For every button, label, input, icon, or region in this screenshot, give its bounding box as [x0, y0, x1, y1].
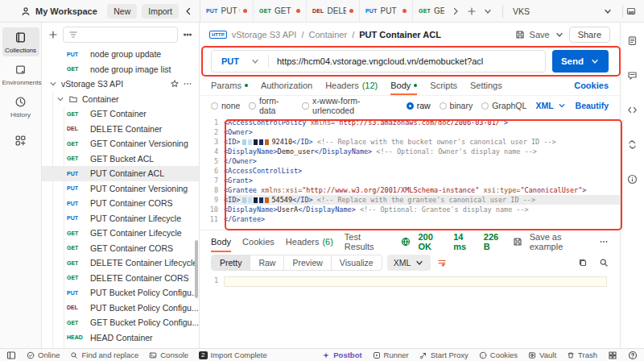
cookies-link[interactable]: Cookies — [574, 81, 609, 90]
raw-language-dropdown[interactable]: XML — [535, 101, 566, 110]
statusbar-trash[interactable]: Trash — [567, 351, 597, 359]
tree-item[interactable]: PUTPUT Bucket Policy Configu... — [42, 285, 199, 301]
tab-params[interactable]: Params — [211, 76, 248, 95]
tab-scripts[interactable]: Scripts — [430, 76, 457, 95]
body-mode-raw[interactable]: raw — [407, 101, 431, 110]
statusbar-import-complete[interactable]: 2Import Complete — [199, 351, 267, 359]
url-input[interactable]: https://hcm04.vstorage.vngcloud.vn/demob… — [269, 56, 491, 66]
collection-item[interactable]: vStorage S3 API — [42, 77, 199, 92]
wrap-lines-icon[interactable] — [437, 258, 447, 268]
import-button[interactable]: Import — [142, 4, 179, 19]
body-editor[interactable]: 1234567891011 <AccessControlPolicy xmlns… — [200, 115, 620, 230]
related-icon[interactable] — [627, 139, 638, 150]
environment-quick-look-icon[interactable] — [626, 6, 636, 16]
response-language-dropdown[interactable]: XML — [387, 255, 431, 271]
tree-item[interactable]: PUTPUT Container Versioning — [42, 181, 199, 197]
rail-item-collections[interactable]: Collections — [2, 27, 39, 56]
statusbar-find-and-replace[interactable]: Find and replace — [70, 351, 138, 359]
toggle-sidebar-icon[interactable] — [6, 351, 16, 360]
tree-item[interactable]: HEADHEAD Container — [42, 330, 199, 346]
tree-item[interactable]: GETGET Container CORS — [42, 241, 199, 256]
tree-item[interactable]: GETGET Bucket Policy Configu... — [42, 315, 199, 330]
documentation-icon[interactable] — [627, 35, 638, 46]
add-plus-icon[interactable] — [48, 30, 58, 39]
save-button[interactable]: Save — [530, 30, 550, 39]
request-tab[interactable]: GETGET C — [254, 0, 307, 22]
statusbar-vault[interactable]: Vault — [528, 351, 556, 359]
copy-icon[interactable] — [578, 258, 588, 268]
sidebar-scrollbar[interactable] — [195, 240, 198, 298]
tree-item[interactable]: GETGET Container Versioning — [42, 136, 199, 151]
statusbar-start-proxy[interactable]: Start Proxy — [419, 351, 469, 359]
breadcrumb-collection[interactable]: vStorage S3 API — [232, 30, 297, 39]
chevron-right-icon[interactable] — [451, 6, 460, 16]
response-tab-headers[interactable]: Headers(6) — [286, 230, 333, 252]
body-mode-form-data[interactable]: form-data — [249, 96, 293, 115]
tree-item[interactable]: GETGET Container — [42, 106, 199, 122]
body-mode-binary[interactable]: binary — [440, 101, 473, 110]
request-tab[interactable]: GETGET C — [413, 0, 444, 22]
view-raw[interactable]: Raw — [250, 255, 284, 270]
environment-selector[interactable]: VKS — [506, 6, 619, 16]
new-button[interactable]: New — [107, 4, 137, 19]
tree-item[interactable]: PUTPUT Container CORS — [42, 196, 199, 211]
view-pretty[interactable]: Pretty — [212, 255, 250, 270]
request-tab[interactable]: PUTPUT — [360, 0, 413, 22]
more-options-icon[interactable] — [183, 30, 192, 39]
view-preview[interactable]: Preview — [284, 255, 331, 270]
breadcrumb-folder[interactable]: Container — [308, 30, 347, 39]
tab-authorization[interactable]: Authorization — [261, 76, 312, 95]
tree-item[interactable]: GETGET Container Lifecycle — [42, 226, 199, 241]
rail-item-environments[interactable]: Environments — [2, 60, 39, 89]
send-button[interactable]: Send — [552, 50, 609, 73]
method-selector[interactable]: PUT — [212, 56, 268, 66]
statusbar-runner[interactable]: Runner — [373, 351, 409, 359]
tab-settings[interactable]: Settings — [470, 76, 502, 95]
tree-item[interactable]: GETnode group image list — [42, 62, 199, 77]
tree-item[interactable]: PUTPUT Container Lifecycle — [42, 211, 199, 226]
tab-menu-chevron-icon[interactable] — [483, 6, 493, 16]
statusbar-online[interactable]: Online — [27, 351, 60, 359]
save-as-example-button[interactable]: Save as example — [530, 232, 592, 251]
send-chevron-icon[interactable] — [590, 56, 600, 66]
beautify-link[interactable]: Beautify — [576, 101, 609, 110]
statusbar-console[interactable]: Console — [149, 351, 188, 359]
response-body[interactable]: 1 — [200, 272, 620, 348]
body-mode-none[interactable]: none — [211, 101, 240, 110]
tree-item[interactable]: DELPUT Bucket Policy Configu... — [42, 301, 199, 316]
code-icon[interactable] — [627, 105, 638, 115]
save-chevron-icon[interactable] — [555, 30, 564, 39]
tree-item[interactable]: GETDELETE Container CORS — [42, 271, 199, 286]
share-button[interactable]: Share — [569, 27, 610, 43]
tree-item[interactable]: PUTCREATE Container — [42, 345, 199, 348]
comments-icon[interactable] — [627, 70, 638, 81]
workspace-title[interactable]: My Workspace — [35, 6, 102, 16]
request-tab[interactable]: DELDELE — [307, 0, 360, 22]
statusbar-cookies[interactable]: Cookies — [479, 351, 518, 359]
tab-headers[interactable]: Headers(12) — [325, 76, 378, 95]
search-icon[interactable] — [599, 258, 609, 268]
tree-item[interactable]: GETGET Bucket ACL — [42, 151, 199, 167]
response-tab-body[interactable]: Body — [211, 230, 231, 252]
chevron-left-icon[interactable] — [184, 6, 193, 16]
tab-body[interactable]: Body — [390, 76, 417, 95]
body-mode-x-www-form-urlencoded[interactable]: x-www-form-urlencoded — [302, 96, 397, 115]
response-tab-test-results[interactable]: Test Results — [345, 230, 390, 252]
filter-input[interactable] — [63, 27, 178, 43]
folder-item[interactable]: Container — [42, 92, 199, 107]
view-visualize[interactable]: Visualize — [332, 255, 382, 270]
body-mode-GraphQL[interactable]: GraphQL — [481, 101, 526, 110]
tree-item[interactable]: GETDELETE Container Lifecycle — [42, 255, 199, 271]
tree-item[interactable]: PUTPUT Container ACL — [42, 166, 199, 181]
more-options-icon[interactable] — [183, 79, 192, 89]
new-tab-plus-icon[interactable] — [467, 6, 477, 16]
tree-item[interactable]: PUTnode group update — [42, 47, 199, 62]
star-icon[interactable] — [170, 79, 180, 89]
response-tab-cookies[interactable]: Cookies — [242, 230, 275, 252]
statusbar-postbot[interactable]: Postbot — [322, 351, 361, 359]
request-tab[interactable]: PUTPUT C — [200, 0, 254, 22]
rail-item-flows[interactable] — [2, 131, 39, 151]
tree-item[interactable]: DELDELETE Container — [42, 122, 199, 137]
info-icon[interactable] — [627, 174, 638, 185]
rail-item-history[interactable]: History — [2, 92, 39, 121]
